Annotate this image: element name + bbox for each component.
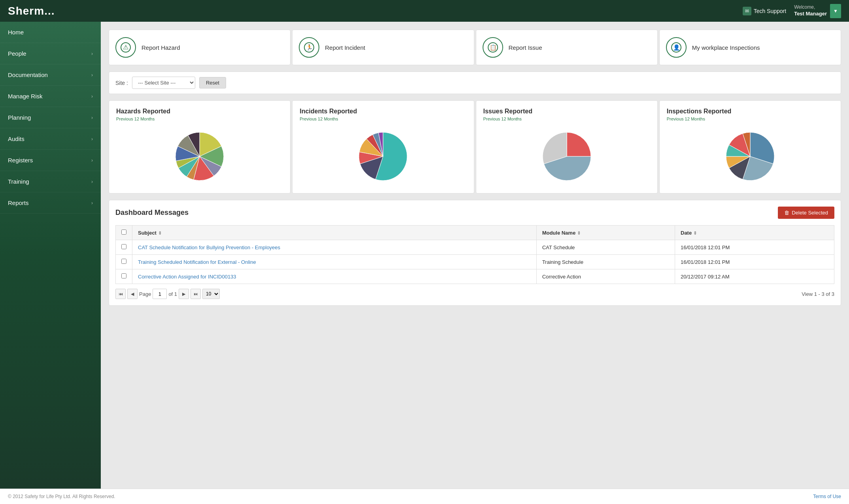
row-checkbox-2[interactable] <box>121 273 126 278</box>
report-incident-icon: 🏃 <box>299 37 319 58</box>
chevron-right-icon: › <box>91 136 93 142</box>
table-row: CAT Schedule Notification for Bullying P… <box>116 240 834 255</box>
messages-title: Dashboard Messages <box>115 209 189 217</box>
row-date-2: 20/12/2017 09:12 AM <box>675 269 834 284</box>
sidebar-item-registers[interactable]: Registers › <box>0 150 101 171</box>
charts-section: Hazards Reported Previous 12 Months Inci… <box>109 100 841 194</box>
sidebar-item-label: Training <box>8 178 29 185</box>
sidebar-item-planning[interactable]: Planning › <box>0 107 101 128</box>
chart-container-2 <box>483 127 650 186</box>
footer: © 2012 Safety for Life Pty Ltd. All Righ… <box>0 489 849 504</box>
main-layout: Home People › Documentation › Manage Ris… <box>0 22 849 489</box>
my-workplace-card[interactable]: 👤 My workplace Inspections <box>659 30 841 65</box>
sidebar-item-home[interactable]: Home <box>0 22 101 43</box>
chevron-right-icon: › <box>91 72 93 78</box>
select-all-col <box>116 226 132 240</box>
report-incident-label: Report Incident <box>325 44 365 51</box>
chart-container-1 <box>300 127 466 186</box>
logo: Sherm... <box>8 5 55 17</box>
sidebar-item-label: Reports <box>8 199 29 206</box>
of-label: of 1 <box>168 291 177 297</box>
subject-link-2[interactable]: Corrective Action Assigned for INCID0013… <box>138 274 236 280</box>
terms-link[interactable]: Terms of Use <box>813 494 841 499</box>
tech-support[interactable]: ✉ Tech Support <box>743 7 787 15</box>
sort-icon: ⇕ <box>158 231 162 235</box>
module-name-header[interactable]: Module Name ⇕ <box>536 226 675 240</box>
user-dropdown-button[interactable]: ▼ <box>830 4 841 18</box>
sidebar-item-label: Manage Risk <box>8 93 43 100</box>
page-input[interactable] <box>153 289 167 299</box>
report-issue-card[interactable]: 📋 Report Issue <box>476 30 658 65</box>
pagination-left: ⏮ ◀ Page of 1 ▶ ⏭ 10 25 50 <box>115 289 220 299</box>
sidebar-item-reports[interactable]: Reports › <box>0 192 101 214</box>
sidebar-item-manage-risk[interactable]: Manage Risk › <box>0 86 101 107</box>
envelope-icon: ✉ <box>743 7 751 15</box>
quick-actions: ⚠ Report Hazard 🏃 Report Incident <box>109 30 841 65</box>
first-page-button[interactable]: ⏮ <box>115 289 126 299</box>
chevron-right-icon: › <box>91 158 93 163</box>
row-module-2: Corrective Action <box>536 269 675 284</box>
next-page-button[interactable]: ▶ <box>179 289 189 299</box>
chart-title-0: Hazards Reported <box>116 108 283 115</box>
site-select[interactable]: --- Select Site --- <box>132 77 195 89</box>
pagination-bar: ⏮ ◀ Page of 1 ▶ ⏭ 10 25 50 View 1 - 3 of… <box>115 289 834 299</box>
sidebar: Home People › Documentation › Manage Ris… <box>0 22 101 489</box>
chart-title-2: Issues Reported <box>483 108 650 115</box>
row-checkbox-col <box>116 269 132 284</box>
select-all-checkbox[interactable] <box>121 229 126 235</box>
chart-card-2: Issues Reported Previous 12 Months <box>476 100 658 194</box>
report-issue-icon: 📋 <box>483 37 503 58</box>
row-checkbox-1[interactable] <box>121 259 126 264</box>
delete-selected-button[interactable]: 🗑 Delete Selected <box>778 207 834 219</box>
page-label: Page <box>139 291 151 297</box>
sidebar-item-label: Audits <box>8 135 25 142</box>
filter-bar: Site : --- Select Site --- Reset <box>109 71 841 94</box>
svg-text:👤: 👤 <box>673 44 680 51</box>
sidebar-item-label: Planning <box>8 114 31 121</box>
row-date-1: 16/01/2018 12:01 PM <box>675 255 834 269</box>
view-info: View 1 - 3 of 3 <box>802 291 834 297</box>
row-subject-0: CAT Schedule Notification for Bullying P… <box>132 240 537 255</box>
date-header[interactable]: Date ⇕ <box>675 226 834 240</box>
sidebar-item-training[interactable]: Training › <box>0 171 101 192</box>
row-subject-1: Training Scheduled Notification for Exte… <box>132 255 537 269</box>
subject-link-0[interactable]: CAT Schedule Notification for Bullying P… <box>138 244 280 250</box>
reset-button[interactable]: Reset <box>199 77 226 88</box>
chart-title-3: Inspections Reported <box>667 108 834 115</box>
subject-link-1[interactable]: Training Scheduled Notification for Exte… <box>138 259 256 265</box>
chart-subtitle-1: Previous 12 Months <box>300 117 466 121</box>
my-workplace-icon: 👤 <box>666 37 687 58</box>
topbar: Sherm... ✉ Tech Support Welcome, Test Ma… <box>0 0 849 22</box>
chevron-right-icon: › <box>91 51 93 56</box>
report-hazard-icon: ⚠ <box>115 37 136 58</box>
report-incident-card[interactable]: 🏃 Report Incident <box>292 30 474 65</box>
chart-card-0: Hazards Reported Previous 12 Months <box>109 100 291 194</box>
sidebar-item-people[interactable]: People › <box>0 43 101 64</box>
row-checkbox-col <box>116 240 132 255</box>
welcome-text: Welcome, Test Manager <box>794 4 827 17</box>
prev-page-button[interactable]: ◀ <box>127 289 138 299</box>
chart-card-3: Inspections Reported Previous 12 Months <box>659 100 841 194</box>
chart-container-0 <box>116 127 283 186</box>
sidebar-item-label: Documentation <box>8 71 48 78</box>
topbar-right: ✉ Tech Support Welcome, Test Manager ▼ <box>743 4 841 18</box>
sort-icon: ⇕ <box>577 231 581 235</box>
sidebar-item-label: Home <box>8 29 24 36</box>
chevron-right-icon: › <box>91 94 93 99</box>
table-row: Corrective Action Assigned for INCID0013… <box>116 269 834 284</box>
my-workplace-label: My workplace Inspections <box>692 44 760 51</box>
chart-subtitle-2: Previous 12 Months <box>483 117 650 121</box>
per-page-select[interactable]: 10 25 50 <box>202 289 220 299</box>
row-module-1: Training Schedule <box>536 255 675 269</box>
last-page-button[interactable]: ⏭ <box>191 289 201 299</box>
row-date-0: 16/01/2018 12:01 PM <box>675 240 834 255</box>
subject-header[interactable]: Subject ⇕ <box>132 226 537 240</box>
sidebar-item-audits[interactable]: Audits › <box>0 128 101 150</box>
chevron-right-icon: › <box>91 179 93 184</box>
copyright-text: © 2012 Safety for Life Pty Ltd. All Righ… <box>8 494 115 499</box>
chart-subtitle-0: Previous 12 Months <box>116 117 283 121</box>
report-hazard-card[interactable]: ⚠ Report Hazard <box>109 30 291 65</box>
row-checkbox-0[interactable] <box>121 244 126 249</box>
sidebar-item-documentation[interactable]: Documentation › <box>0 64 101 86</box>
report-issue-label: Report Issue <box>509 44 542 51</box>
